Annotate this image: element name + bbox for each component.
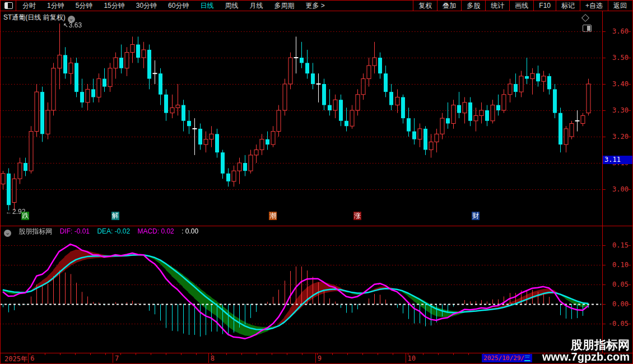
price-axis-label: 3.50 — [603, 54, 629, 62]
dif-value: DIF: -0.01 — [60, 227, 90, 235]
arrow-left-icon: ← — [6, 208, 12, 215]
year-label: 2025年 — [4, 354, 27, 364]
month-label: 6 — [30, 354, 34, 362]
period-item[interactable]: 月线 — [244, 1, 268, 11]
price-axis-label: 3.40 — [603, 80, 629, 88]
tool-item[interactable]: 画线 — [509, 1, 533, 11]
indicator-axis-label: -0.05 — [603, 320, 629, 328]
chart-titlebar: ST通葡(日线 前复权)⌄ — [0, 11, 602, 21]
current-date-badge: 2025/10/29/三 — [482, 354, 532, 362]
month-divider — [315, 353, 316, 363]
period-item[interactable]: 1分钟 — [41, 1, 70, 11]
indicator-name: 股朋指标网 — [18, 227, 52, 235]
tool-item[interactable]: F10 — [533, 1, 556, 11]
month-label: 8 — [211, 354, 215, 362]
price-axis-label: 3.60 — [603, 27, 629, 35]
tool-item[interactable]: 复权 — [413, 1, 437, 11]
macd-extra-value: : 0.00 — [181, 227, 198, 235]
dea-value: DEA: -0.02 — [97, 227, 130, 235]
period-item[interactable]: 30分钟 — [131, 1, 162, 11]
high-price-annotation: ↖3.63 — [63, 21, 82, 29]
signal-tag: 潮 — [269, 212, 277, 220]
period-item[interactable]: 多周期 — [268, 1, 300, 11]
indicator-dropdown-icon[interactable]: ⌄ — [4, 230, 11, 237]
period-item[interactable]: 15分钟 — [98, 1, 130, 11]
arrow-up-left-icon: ↖ — [63, 22, 68, 29]
month-divider — [113, 353, 113, 363]
price-axis-label: 3.30 — [603, 106, 629, 114]
price-axis-label: 3.20 — [603, 133, 629, 141]
month-label: 9 — [318, 354, 322, 362]
panel-separator — [0, 226, 633, 226]
indicator-header: ⌄ 股朋指标网 DIF: -0.01 DEA: -0.02 MACD: 0.02… — [2, 227, 204, 235]
tools-menu: 复权叠加多股统计画线F10标记+自选返回 — [413, 0, 632, 11]
layout-toggle-icon[interactable] — [0, 0, 16, 11]
period-item[interactable]: 更多 > — [300, 1, 330, 11]
macd-chart[interactable] — [0, 227, 602, 353]
candlestick-chart[interactable] — [0, 21, 602, 226]
period-item[interactable]: 5分钟 — [70, 1, 99, 11]
period-item[interactable]: 分时 — [17, 1, 41, 11]
last-price-badge: 3.11 — [603, 156, 633, 164]
month-divider — [406, 353, 406, 363]
tool-item[interactable]: 叠加 — [437, 1, 461, 11]
macd-value: MACD: 0.02 — [137, 227, 174, 235]
tool-item[interactable]: 统计 — [485, 1, 509, 11]
month-divider — [28, 353, 29, 363]
indicator-axis-label: 0.00 — [603, 300, 629, 308]
signal-tag: 涨 — [353, 212, 361, 220]
watermark-url: www.7gpzb.com — [542, 351, 630, 363]
watermark-name: 股朋指标网 — [542, 339, 630, 351]
price-axis-label: 3.00 — [603, 185, 629, 193]
signal-tag: 解 — [111, 212, 119, 220]
date-axis: 2025年 2025/10/29/三 678910 — [0, 353, 631, 363]
period-item[interactable]: 60分钟 — [162, 1, 194, 11]
tool-item[interactable]: 标记 — [556, 1, 580, 11]
signal-tag: 财 — [472, 212, 480, 220]
site-watermark: 股朋指标网 www.7gpzb.com — [542, 339, 630, 363]
tool-item[interactable]: 返回 — [608, 1, 632, 11]
period-item[interactable]: 周线 — [219, 1, 244, 11]
indicator-axis-label: 0.10 — [603, 261, 629, 269]
indicator-axis-label: 0.15 — [603, 241, 629, 249]
month-divider — [208, 353, 209, 363]
tool-item[interactable]: 多股 — [461, 1, 485, 11]
tool-item[interactable]: +自选 — [580, 1, 608, 11]
half-box-icon — [4, 2, 13, 9]
indicator-axis-label: 0.05 — [603, 281, 629, 288]
trading-app-window: 分时1分钟5分钟15分钟30分钟60分钟日线周线月线多周期更多 > 复权叠加多股… — [0, 0, 633, 364]
month-label: 10 — [408, 354, 416, 362]
top-toolbar: 分时1分钟5分钟15分钟30分钟60分钟日线周线月线多周期更多 > 复权叠加多股… — [0, 0, 633, 11]
period-item[interactable]: 日线 — [194, 1, 219, 11]
diamond-icon[interactable] — [581, 14, 589, 22]
month-label: 7 — [115, 354, 119, 362]
signal-tag: 跌 — [21, 212, 29, 220]
period-menu: 分时1分钟5分钟15分钟30分钟60分钟日线周线月线多周期更多 > — [17, 0, 331, 11]
